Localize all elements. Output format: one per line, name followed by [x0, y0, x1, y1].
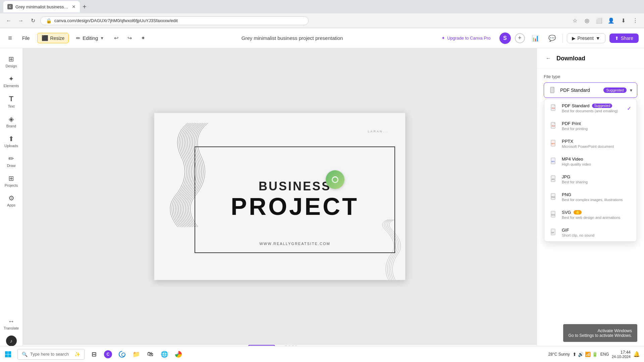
taskview-btn[interactable]: ⊟ [87, 348, 101, 361]
canva-icon[interactable]: ◎ [582, 16, 592, 25]
taskbar: 🔍 Type here to search ✨ ⊟ C 📁 🛍 🌐 [0, 346, 644, 362]
search-placeholder: Type here to search [30, 352, 69, 357]
dropdown-item-pdf-standard[interactable]: PDF PDF Standard Suggested Best for docu… [544, 99, 637, 117]
start-btn[interactable] [0, 346, 16, 362]
pdf-standard-icon: PDF [550, 104, 558, 112]
mp4-desc: High quality video [562, 162, 631, 166]
undo-btn[interactable]: ↩ [111, 34, 121, 43]
share-btn[interactable]: ⬆ Share [609, 34, 639, 43]
network-icon[interactable]: 📶 [585, 352, 591, 357]
add-team-btn[interactable]: + [515, 33, 525, 43]
clock[interactable]: 17:44 24-10-2024 [612, 350, 631, 359]
address-bar[interactable]: 🔒 canva.com/design/DAGUXr7jhM0/qfwxol6fj… [40, 16, 309, 25]
pdf-print-icon: PDF [550, 122, 558, 130]
slide-canvas[interactable]: LARAN... BUSINESS PROJECT WWW.REALLYGREA… [154, 113, 406, 280]
suggested-badge: Suggested [603, 87, 627, 93]
user-avatar[interactable]: S [499, 33, 511, 44]
sidebar-label-elements: Elements [4, 84, 19, 88]
new-tab-btn[interactable]: + [80, 3, 89, 11]
dropdown-item-png[interactable]: PNG PNG Best for complex images, illustr… [544, 188, 637, 206]
upgrade-btn[interactable]: ✦ Upgrade to Canva Pro [437, 34, 495, 42]
project-text: PROJECT [195, 193, 394, 220]
sidebar-item-projects[interactable]: ⊞ Projects [1, 172, 21, 190]
taskbar-search[interactable]: 🔍 Type here to search ✨ [17, 349, 85, 360]
notification-icon[interactable]: 🔔 [633, 351, 640, 357]
resize-btn[interactable]: ⬛ Resize [37, 33, 69, 43]
app-header: ≡ File ⬛ Resize ✏ Editing ▼ ↩ ↪ ✦ Grey m… [0, 28, 644, 48]
file-menu-btn[interactable]: File [19, 34, 33, 43]
sidebar-label-brand: Brand [6, 124, 16, 128]
taskbar-canva-btn[interactable]: C [101, 348, 115, 361]
resize-label: Resize [50, 36, 65, 41]
tray-icon-1[interactable]: ⬆ [573, 352, 577, 357]
editing-btn[interactable]: ✏ Editing ▼ [73, 34, 107, 43]
tab-close-btn[interactable]: ✕ [72, 4, 76, 9]
extensions-icon[interactable]: ⬜ [594, 16, 604, 25]
sidebar-label-projects: Projects [5, 183, 18, 187]
sidebar-item-translate[interactable]: ↔ Translate [1, 315, 21, 333]
address-text: canva.com/design/DAGUXr7jhM0/qfwxol6fjpU… [54, 18, 178, 23]
search-icon: 🔍 [22, 352, 28, 357]
tab-bar: C Grey minimalist business proje... ✕ + [0, 0, 644, 13]
chrome-icon [175, 351, 182, 358]
gif-content: GIF Short clip, no sound [562, 228, 631, 237]
left-sidebar: ⊞ Design ✦ Elements T Text ◈ Brand ⬆ Upl… [0, 48, 23, 362]
sidebar-item-draw[interactable]: ✏ Draw [1, 152, 21, 170]
png-content: PNG Best for complex images, illustratio… [562, 192, 631, 202]
dropdown-item-jpg[interactable]: JPG JPG Best for sharing [544, 170, 637, 188]
taskbar-browser-btn[interactable]: 🌐 [158, 348, 171, 361]
sidebar-item-uploads[interactable]: ⬆ Uploads [1, 132, 21, 150]
file-type-selector[interactable]: PDF Standard Suggested ▾ PDF PDF Standar… [544, 82, 637, 98]
document-title: Grey minimalist business project present… [241, 35, 343, 41]
browser-controls: ← → ↻ 🔒 canva.com/design/DAGUXr7jhM0/qfw… [0, 13, 644, 28]
download-manager-icon[interactable]: ⬇ [619, 16, 628, 25]
sidebar-label-text: Text [8, 104, 14, 108]
svg-text:PDF: PDF [552, 125, 555, 127]
business-text: BUSINESS [195, 179, 394, 193]
panel-back-btn[interactable]: ← [544, 54, 553, 63]
dropdown-item-pdf-print[interactable]: PDF PDF Print Best for printing [544, 117, 637, 135]
dropdown-item-gif[interactable]: GIF GIF Short clip, no sound [544, 224, 637, 241]
hamburger-menu[interactable]: ≡ [5, 34, 15, 43]
dropdown-item-pptx[interactable]: PPT PPTX Microsoft PowerPoint document [544, 135, 637, 153]
selected-type-name: PDF Standard [560, 87, 600, 93]
projects-icon: ⊞ [8, 174, 14, 182]
comments-icon[interactable]: 💬 [546, 33, 558, 44]
redo-btn[interactable]: ↪ [125, 34, 134, 43]
sidebar-label-draw: Draw [7, 164, 16, 168]
forward-btn[interactable]: → [16, 16, 25, 25]
user-profile-icon[interactable]: 👤 [606, 16, 616, 25]
canvas-area[interactable]: LARAN... BUSINESS PROJECT WWW.REALLYGREA… [23, 48, 537, 362]
magic-btn[interactable]: ✦ [138, 34, 148, 43]
sidebar-item-text[interactable]: T Text [1, 92, 21, 111]
jpg-content: JPG Best for sharing [562, 174, 631, 184]
back-btn[interactable]: ← [4, 16, 13, 25]
svg-icon: SVG [550, 210, 558, 219]
canvas-content: LARAN... BUSINESS PROJECT WWW.REALLYGREA… [23, 48, 537, 345]
sidebar-item-apps[interactable]: ⚙ Apps [1, 191, 21, 210]
taskbar-explorer-btn[interactable]: 📁 [129, 348, 143, 361]
pptx-icon: PPT [550, 139, 558, 147]
active-tab[interactable]: C Grey minimalist business proje... ✕ [3, 1, 80, 12]
browser-menu-icon[interactable]: ⋮ [631, 16, 640, 25]
present-btn[interactable]: ▶ Present ▼ [567, 33, 605, 43]
taskbar-chrome-btn[interactable] [172, 348, 185, 361]
svg-text:PNG: PNG [551, 196, 555, 198]
dropdown-item-mp4[interactable]: MP4 MP4 Video High quality video [544, 153, 637, 170]
edge-icon [118, 351, 126, 358]
battery-icon[interactable]: 🔋 [592, 352, 598, 357]
jpg-name: JPG [562, 174, 631, 179]
text-icon: T [9, 95, 13, 103]
dropdown-item-svg[interactable]: SVG SVG ⭐ Best for web design and animat… [544, 206, 637, 224]
taskbar-store-btn[interactable]: 🛍 [144, 348, 157, 361]
tray-icon-2[interactable]: 🔊 [578, 352, 584, 357]
sidebar-item-design[interactable]: ⊞ Design [1, 52, 21, 71]
svg-rect-17 [5, 351, 8, 354]
analytics-icon[interactable]: 📊 [529, 33, 542, 44]
sidebar-item-elements[interactable]: ✦ Elements [1, 72, 21, 90]
sidebar-item-brand[interactable]: ◈ Brand [1, 112, 21, 131]
refresh-btn[interactable]: ↻ [28, 16, 38, 25]
elements-icon: ✦ [8, 75, 14, 83]
taskbar-edge-btn[interactable] [115, 348, 129, 361]
bookmarks-icon[interactable]: ☆ [570, 16, 580, 25]
